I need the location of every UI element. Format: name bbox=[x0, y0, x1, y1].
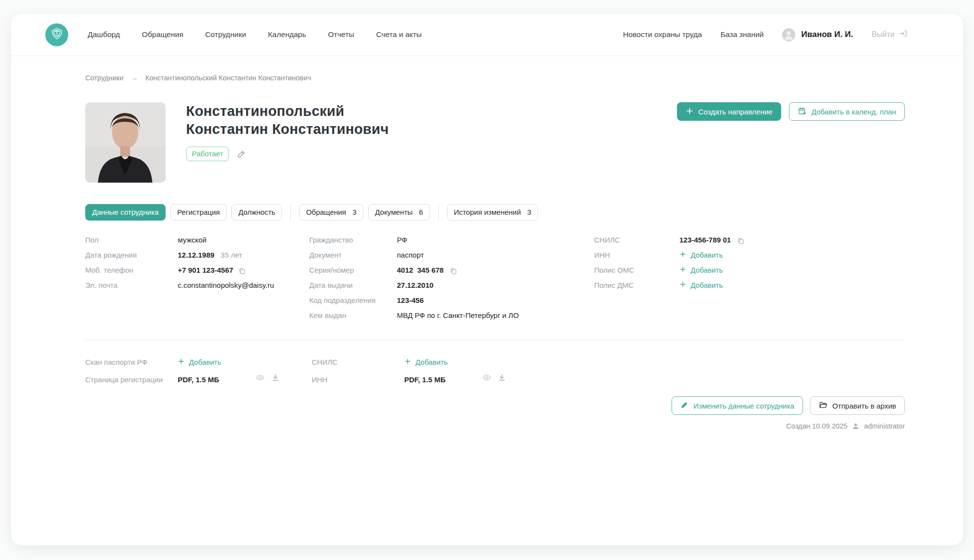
field-division-code: Код подразделения 123-456 bbox=[309, 296, 594, 306]
breadcrumb-arrow-icon: → bbox=[131, 74, 138, 82]
created-date: Создан 10.09.2025 bbox=[786, 422, 847, 430]
tab-requests[interactable]: Обращения 3 bbox=[299, 204, 363, 221]
primary-nav: Дашборд Обращения Сотрудники Календарь О… bbox=[88, 30, 422, 39]
brand-logo[interactable] bbox=[45, 23, 68, 46]
nav-item-dashboard[interactable]: Дашборд bbox=[88, 30, 120, 39]
logout-icon bbox=[899, 29, 907, 40]
field-document-type: Документ паспорт bbox=[309, 251, 594, 261]
field-oms: Полис ОМС Добавить bbox=[594, 266, 905, 276]
tab-requests-count: 3 bbox=[353, 208, 356, 216]
add-to-calendar-button[interactable]: Добавить в календ. план bbox=[789, 102, 905, 121]
tab-history-count: 3 bbox=[527, 208, 531, 216]
fields-column-personal: Пол мужской Дата рождения 12.12.1989 35 … bbox=[85, 236, 309, 326]
breadcrumb-current: Константинопольский Константин Константи… bbox=[146, 74, 311, 82]
doc-inn-actions bbox=[482, 373, 506, 382]
shield-logo-icon bbox=[50, 26, 64, 43]
status-badge: Работает bbox=[186, 147, 229, 161]
add-passport-scan-link[interactable]: Добавить bbox=[178, 358, 221, 366]
field-phone: Моб. телефон +7 901 123-4567 bbox=[85, 266, 309, 276]
tab-registration[interactable]: Регистрация bbox=[170, 204, 227, 221]
field-issue-date: Дата выдачи 27.12.2010 bbox=[309, 281, 594, 291]
add-snils-scan-link[interactable]: Добавить bbox=[404, 358, 448, 366]
nav-item-requests[interactable]: Обращения bbox=[142, 30, 183, 39]
logout-button[interactable]: Выйти bbox=[872, 29, 907, 40]
fields-column-ids: СНИЛС 123-456-789 01 ИНН bbox=[594, 236, 905, 326]
doc-registration-page: Страница регистрации PDF, 1.5 МБ bbox=[85, 373, 312, 384]
folder-archive-icon bbox=[819, 401, 827, 411]
employee-fields: Пол мужской Дата рождения 12.12.1989 35 … bbox=[85, 236, 905, 326]
doc-snils: СНИЛС Добавить bbox=[312, 358, 905, 368]
field-birth-date: Дата рождения 12.12.1989 35 лет bbox=[85, 251, 309, 261]
employee-name: Константинопольский Константин Константи… bbox=[186, 102, 389, 138]
user-menu[interactable]: Иванов И. И. bbox=[782, 28, 853, 41]
field-email: Эл. почта c.constantinopolsky@daisy.ru bbox=[85, 281, 309, 291]
plus-icon bbox=[178, 358, 185, 366]
plus-icon bbox=[679, 266, 686, 274]
field-issuer: Кем выдан МВД РФ по г. Санкт-Петербург и… bbox=[309, 311, 594, 321]
create-referral-button[interactable]: Создать направление bbox=[677, 102, 781, 121]
tab-documents[interactable]: Документы 6 bbox=[368, 204, 430, 221]
tab-employee-data[interactable]: Данные сотрудника bbox=[85, 204, 166, 221]
plus-icon bbox=[686, 107, 693, 116]
field-snils: СНИЛС 123-456-789 01 bbox=[594, 236, 905, 246]
nav-item-reports[interactable]: Отчеты bbox=[328, 30, 355, 39]
user-name: Иванов И. И. bbox=[801, 30, 853, 39]
tab-history[interactable]: История изменений 3 bbox=[447, 204, 538, 221]
doc-passport-scan: Скан паспорта РФ Добавить bbox=[85, 358, 312, 368]
nav-item-employees[interactable]: Сотрудники bbox=[205, 30, 246, 39]
page-content: Сотрудники → Константинопольский Констан… bbox=[11, 74, 963, 430]
copy-series-icon[interactable] bbox=[450, 267, 457, 275]
person-icon bbox=[852, 422, 860, 430]
copy-snils-icon[interactable] bbox=[737, 237, 745, 245]
top-navigation: Дашборд Обращения Сотрудники Календарь О… bbox=[11, 14, 963, 56]
employee-info: Константинопольский Константин Константи… bbox=[186, 102, 389, 161]
plus-icon bbox=[679, 281, 686, 289]
edit-employee-button[interactable]: Изменить данные сотрудника bbox=[672, 396, 803, 415]
breadcrumb: Сотрудники → Константинопольский Констан… bbox=[85, 74, 905, 82]
nav-item-safety-news[interactable]: Новости охраны труда bbox=[623, 30, 702, 39]
fields-column-passport: Гражданство РФ Документ паспорт Серия/но… bbox=[309, 236, 594, 326]
header-actions: Создать направление Добавить в календ. п… bbox=[677, 102, 905, 121]
field-citizenship: Гражданство РФ bbox=[309, 236, 594, 246]
copy-phone-icon[interactable] bbox=[238, 267, 246, 275]
doc-inn: ИНН PDF, 1.5 МБ bbox=[312, 373, 905, 384]
documents-column-2: СНИЛС Добавить ИНН PDF, 1.5 МБ bbox=[312, 358, 905, 389]
preview-eye-icon[interactable] bbox=[256, 373, 265, 382]
doc-registration-actions bbox=[256, 373, 280, 382]
field-gender: Пол мужской bbox=[85, 236, 309, 246]
add-oms-link[interactable]: Добавить bbox=[679, 266, 723, 274]
pencil-icon bbox=[680, 401, 689, 411]
download-icon[interactable] bbox=[498, 373, 506, 382]
download-icon[interactable] bbox=[271, 373, 280, 382]
employee-header: Константинопольский Константин Константи… bbox=[85, 102, 905, 183]
logout-label: Выйти bbox=[872, 30, 895, 39]
status-row: Работает bbox=[186, 147, 389, 161]
nav-item-invoices[interactable]: Счета и акты bbox=[376, 30, 422, 39]
plus-icon bbox=[404, 358, 411, 366]
created-info: Создан 10.09.2025 administrator bbox=[85, 422, 905, 430]
breadcrumb-root[interactable]: Сотрудники bbox=[85, 74, 124, 82]
tab-separator bbox=[438, 204, 439, 221]
documents-column-1: Скан паспорта РФ Добавить Страница регис… bbox=[85, 358, 312, 389]
nav-item-calendar[interactable]: Календарь bbox=[268, 30, 306, 39]
age-text: 35 лет bbox=[221, 251, 242, 259]
add-inn-link[interactable]: Добавить bbox=[679, 251, 723, 259]
employee-photo bbox=[85, 102, 166, 183]
archive-button[interactable]: Отправить в архив bbox=[810, 396, 905, 415]
nav-item-knowledge-base[interactable]: База знаний bbox=[720, 30, 764, 39]
add-dms-link[interactable]: Добавить bbox=[679, 281, 723, 289]
field-dms: Полис ДМС Добавить bbox=[594, 281, 905, 291]
preview-eye-icon[interactable] bbox=[482, 373, 491, 382]
created-author: administrator bbox=[864, 422, 905, 430]
tab-position[interactable]: Должность bbox=[231, 204, 282, 221]
calendar-plus-icon bbox=[798, 107, 806, 117]
user-avatar-icon bbox=[782, 28, 795, 41]
field-inn: ИНН Добавить bbox=[594, 251, 905, 261]
footer-actions: Изменить данные сотрудника Отправить в а… bbox=[85, 396, 905, 415]
tab-bar: Данные сотрудника Регистрация Должность … bbox=[85, 204, 905, 221]
nav-right-group: Новости охраны труда База знаний Иванов … bbox=[623, 28, 907, 41]
edit-status-pencil-icon[interactable] bbox=[237, 149, 246, 159]
tab-documents-count: 6 bbox=[419, 208, 423, 216]
field-passport-series: Серия/номер 4012 345 678 bbox=[309, 266, 594, 276]
tab-separator bbox=[290, 204, 291, 221]
